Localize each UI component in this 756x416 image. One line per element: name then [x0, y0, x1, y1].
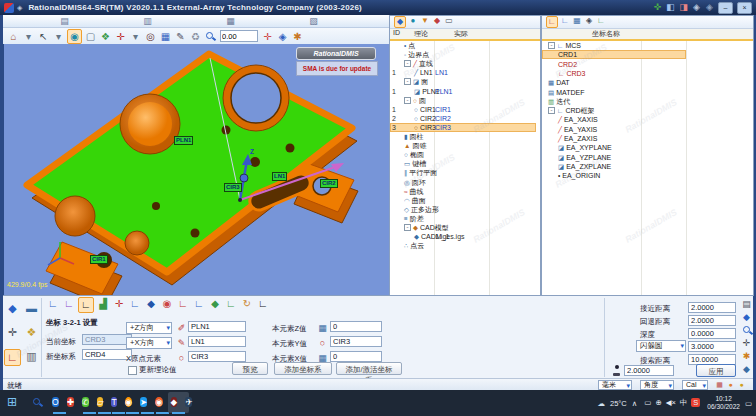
- tray-window-icon[interactable]: ▭: [644, 398, 651, 407]
- feature-flag-cir1[interactable]: CIR1: [90, 255, 108, 264]
- expand-toggle[interactable]: -: [404, 78, 411, 85]
- tree-row-圆[interactable]: -○圆: [390, 96, 539, 105]
- crd-offset-icon[interactable]: ∟: [176, 297, 190, 311]
- coordinate-tab-button[interactable]: ∟: [4, 349, 21, 366]
- tree-row-阶差[interactable]: ≡阶差: [390, 214, 539, 223]
- taskbar-app-red[interactable]: ◆: [171, 397, 178, 407]
- tree-row-CRD1[interactable]: CRD1: [542, 50, 686, 59]
- crd-plane-icon[interactable]: ∟: [62, 297, 76, 311]
- tree-row-MATDEF[interactable]: ▤MATDEF: [542, 88, 752, 97]
- model-button[interactable]: ❖: [99, 30, 112, 43]
- avoidance-select[interactable]: 闪躲圆: [636, 340, 686, 352]
- machine-button[interactable]: ▥: [24, 349, 39, 364]
- tree-row-EA_XYPLANE[interactable]: ◪EA_XYPLANE: [542, 143, 752, 152]
- tree-row-椭圆[interactable]: ○椭圆: [390, 150, 539, 159]
- marquee-select-button[interactable]: ▢: [84, 30, 97, 43]
- coord-camera-icon[interactable]: ◈: [584, 16, 594, 26]
- expand-toggle[interactable]: -: [404, 224, 411, 231]
- taskbar-app-blue[interactable]: ➤: [140, 397, 147, 407]
- tree-row-键槽[interactable]: ▭键槽: [390, 159, 539, 168]
- add-activate-coordinate-button[interactable]: 添加/激活坐标系: [336, 362, 402, 375]
- crd-bold-axes-icon[interactable]: ∟: [256, 297, 270, 311]
- minimize-button[interactable]: –: [718, 2, 733, 14]
- tree-row-CIR2[interactable]: 2○CIR2CIR2: [390, 114, 539, 123]
- load-icon[interactable]: ◨: [678, 2, 689, 13]
- cursor-caret[interactable]: ▾: [52, 30, 65, 43]
- units-select[interactable]: 毫米: [598, 380, 632, 390]
- tree-row-EA_ORIGIN[interactable]: •EA_ORIGIN: [542, 171, 752, 180]
- avoidance-input[interactable]: [688, 341, 736, 352]
- taskbar-search-icon[interactable]: [31, 396, 43, 408]
- tree-row-LN1[interactable]: 1╱LN1LN1: [390, 68, 539, 77]
- tree-row-CAD模型[interactable]: -◆CAD模型: [390, 223, 539, 232]
- pencil-icon[interactable]: ✎: [176, 337, 187, 349]
- expand-toggle[interactable]: -: [404, 60, 411, 67]
- crd-cube-icon[interactable]: ◆: [144, 297, 158, 311]
- tray-chevron-icon[interactable]: ∧: [632, 399, 638, 408]
- tray-volume-mute-icon[interactable]: ◀×: [666, 398, 676, 407]
- expand-toggle[interactable]: -: [548, 42, 555, 49]
- probe-side-icon[interactable]: ✛: [741, 337, 752, 349]
- tree-row-曲面[interactable]: ◠曲面: [390, 196, 539, 205]
- taskbar-wechat[interactable]: ✆: [82, 397, 89, 407]
- tree-row-EA_YZPLANE[interactable]: ◪EA_YZPLANE: [542, 153, 752, 162]
- tree-row-直线[interactable]: -╱直线: [390, 59, 539, 68]
- x-direction-select[interactable]: +X方向: [126, 337, 172, 349]
- y-value-input[interactable]: [330, 336, 382, 347]
- tree-row-MCS[interactable]: -∟MCS: [542, 41, 752, 50]
- axes-add-icon[interactable]: ∟: [560, 16, 570, 26]
- print-tab[interactable]: ▤: [59, 16, 70, 27]
- probe-button[interactable]: ✛: [5, 325, 20, 340]
- taskbar-clock[interactable]: 10:12 06/30/2022: [707, 395, 740, 411]
- close-button[interactable]: ×: [737, 2, 752, 14]
- tree-row-EA_YAXIS[interactable]: ╱EA_YAXIS: [542, 125, 752, 134]
- tree-row-CIR1[interactable]: 1○CIR1CIR1: [390, 105, 539, 114]
- z-direction-select[interactable]: +Z方向: [126, 322, 172, 334]
- tree-row-CIR3[interactable]: 3○CIR3CIR3: [390, 123, 536, 132]
- tree-row-PLN1[interactable]: 1◪PLN1PLN1: [390, 87, 539, 96]
- quick-access-icon[interactable]: ◈: [17, 4, 22, 12]
- edit-button[interactable]: ✎: [174, 30, 187, 43]
- tree-row-平行平面[interactable]: ∥平行平面: [390, 168, 539, 177]
- connect-icon[interactable]: ✜: [652, 2, 663, 13]
- taskbar-rocket[interactable]: ✈: [185, 397, 192, 407]
- features-tab-icon[interactable]: ◆: [394, 16, 406, 28]
- cal-select[interactable]: Cal: [682, 380, 708, 390]
- crd-circle-icon[interactable]: ◉: [160, 297, 174, 311]
- circle-pick-icon[interactable]: ○: [176, 352, 187, 364]
- feature-flag-cir2[interactable]: CIR2: [320, 179, 338, 188]
- cube-side-icon[interactable]: ◆: [741, 311, 752, 323]
- printer-side-icon[interactable]: ▤: [741, 298, 752, 310]
- tree-row-曲线[interactable]: ≈曲线: [390, 187, 539, 196]
- eraser-icon[interactable]: ✐: [176, 322, 187, 334]
- approach-distance-input[interactable]: [688, 302, 736, 313]
- feature-flag-cir3[interactable]: CIR3: [224, 183, 242, 192]
- start-button[interactable]: ⊞: [7, 395, 17, 409]
- crd-green-axes-icon[interactable]: ∟: [224, 297, 238, 311]
- tree-row-CRD框架[interactable]: -∟CRD框架: [542, 106, 752, 115]
- expand-toggle[interactable]: -: [548, 107, 555, 114]
- crd-axes-icon[interactable]: ✛: [112, 297, 126, 311]
- status-grid-icon[interactable]: ▦: [715, 380, 724, 389]
- model-view-button[interactable]: ◆: [5, 301, 20, 316]
- tree-row-迭代[interactable]: ▥迭代: [542, 97, 752, 106]
- gear-button[interactable]: ✱: [291, 30, 304, 43]
- joystick-speed-input[interactable]: [624, 365, 674, 376]
- weather-temp[interactable]: 25°C: [610, 399, 627, 408]
- taskbar-teams[interactable]: T: [111, 397, 116, 407]
- z-value-input[interactable]: [330, 321, 382, 332]
- tray-ime-icon[interactable]: 中: [680, 398, 688, 407]
- camera-button[interactable]: ◈: [276, 30, 289, 43]
- angle-select[interactable]: 角度: [640, 380, 674, 390]
- taskbar-app-orange[interactable]: ◉: [155, 397, 162, 407]
- crd-green-cube-icon[interactable]: ◆: [208, 297, 222, 311]
- display-tab[interactable]: ▧: [308, 16, 319, 27]
- tree-row-边界点[interactable]: ◦边界点: [390, 50, 539, 59]
- tree-row-EA_ZAXIS[interactable]: ╱EA_ZAXIS: [542, 134, 752, 143]
- tree-row-圆柱[interactable]: ▮圆柱: [390, 132, 539, 141]
- depth-input[interactable]: [688, 328, 736, 339]
- tree-row-点云[interactable]: ∴点云: [390, 241, 539, 250]
- tree-row-圆锥[interactable]: ▲圆锥: [390, 141, 539, 150]
- crd-machine-icon[interactable]: ▟: [96, 297, 110, 311]
- coords-tab-icon[interactable]: ∟: [546, 16, 558, 28]
